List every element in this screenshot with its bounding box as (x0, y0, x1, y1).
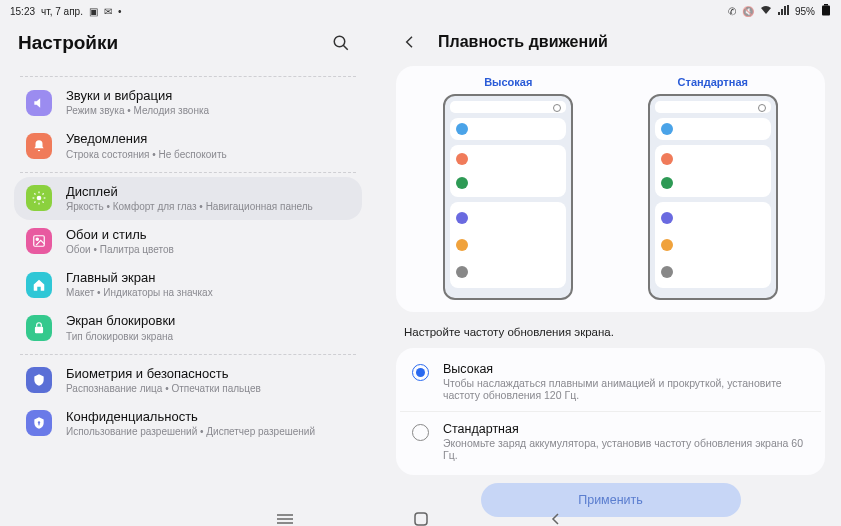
option-standard[interactable]: СтандартнаяЭкономьте заряд аккумулятора,… (400, 411, 821, 471)
option-title: Стандартная (443, 422, 809, 436)
lockscreen-icon (26, 315, 52, 341)
preview-high[interactable]: Высокая (443, 76, 573, 300)
phone-mock-high (443, 94, 573, 300)
svg-line-11 (34, 202, 35, 203)
svg-line-12 (43, 193, 44, 194)
back-button[interactable] (396, 28, 424, 56)
option-desc: Чтобы наслаждаться плавными анимацией и … (443, 377, 809, 401)
sidebar-item-sub: Строка состояния • Не беспокоить (66, 149, 227, 161)
preview-standard-label: Стандартная (678, 76, 748, 88)
svg-line-9 (34, 193, 35, 194)
sidebar-item-sounds[interactable]: Звуки и вибрацияРежим звука • Мелодия зв… (14, 81, 362, 124)
battery-icon (821, 4, 831, 18)
preview-standard[interactable]: Стандартная (648, 76, 778, 300)
sidebar-item-home[interactable]: Главный экранМакет • Индикаторы на значк… (14, 263, 362, 306)
page-title: Настройки (18, 32, 118, 54)
notifications-icon (26, 133, 52, 159)
home-icon (26, 272, 52, 298)
biometrics-icon (26, 367, 52, 393)
option-high[interactable]: ВысокаяЧтобы наслаждаться плавными анима… (400, 352, 821, 411)
sounds-icon (26, 90, 52, 116)
sidebar-item-sub: Распознавание лица • Отпечатки пальцев (66, 383, 261, 395)
sidebar-item-notifications[interactable]: УведомленияСтрока состояния • Не беспоко… (14, 124, 362, 167)
nav-back-button[interactable] (546, 512, 566, 526)
detail-title: Плавность движений (438, 33, 608, 51)
mute-icon: 🔇 (742, 6, 754, 17)
sidebar-item-title: Экран блокировки (66, 313, 175, 329)
status-date: чт, 7 апр. (41, 6, 83, 17)
battery-text: 95% (795, 6, 815, 17)
android-navbar (0, 512, 841, 526)
divider (20, 354, 356, 355)
svg-rect-21 (415, 513, 427, 525)
status-time: 15:23 (10, 6, 35, 17)
preview-high-label: Высокая (484, 76, 532, 88)
preview-card: Высокая Стандартная (396, 66, 825, 312)
sidebar-item-lockscreen[interactable]: Экран блокировкиТип блокировки экрана (14, 306, 362, 349)
privacy-icon (26, 410, 52, 436)
detail-pane: Плавность движений Высокая Стандартная (376, 22, 841, 512)
sidebar-item-sub: Тип блокировки экрана (66, 331, 175, 343)
option-desc: Экономьте заряд аккумулятора, установив … (443, 437, 809, 461)
wifi-icon (760, 5, 772, 17)
radio-icon (412, 364, 429, 381)
sidebar-item-sub: Макет • Индикаторы на значках (66, 287, 213, 299)
svg-point-4 (37, 196, 42, 201)
svg-point-2 (334, 36, 345, 47)
svg-rect-0 (822, 6, 830, 16)
options-card: ВысокаяЧтобы наслаждаться плавными анима… (396, 348, 825, 475)
divider (20, 172, 356, 173)
svg-rect-1 (824, 4, 828, 6)
sidebar-item-title: Звуки и вибрация (66, 88, 209, 104)
sidebar-item-sub: Режим звука • Мелодия звонка (66, 105, 209, 117)
vibrate-icon: ✆ (728, 6, 736, 17)
sidebar-item-title: Обои и стиль (66, 227, 174, 243)
nav-home-button[interactable] (411, 512, 431, 526)
sidebar-item-sub: Обои • Палитра цветов (66, 244, 174, 256)
notification-dot-icon: • (118, 6, 122, 17)
svg-point-14 (36, 238, 38, 240)
search-button[interactable] (326, 28, 356, 58)
wallpaper-icon (26, 228, 52, 254)
chat-icon: ✉ (104, 6, 112, 17)
svg-line-3 (343, 45, 348, 50)
sidebar-item-title: Дисплей (66, 184, 313, 200)
sidebar-item-privacy[interactable]: КонфиденциальностьИспользование разрешен… (14, 402, 362, 445)
divider (20, 76, 356, 77)
phone-mock-standard (648, 94, 778, 300)
sidebar-item-title: Главный экран (66, 270, 213, 286)
display-icon (26, 185, 52, 211)
sidebar-item-display[interactable]: ДисплейЯркость • Комфорт для глаз • Нави… (14, 177, 362, 220)
sidebar-item-title: Уведомления (66, 131, 227, 147)
settings-sidebar: Настройки Звуки и вибрацияРежим звука • … (0, 22, 376, 512)
signal-icon (778, 5, 789, 17)
status-bar: 15:23 чт, 7 апр. ▣ ✉ • ✆ 🔇 95% (0, 0, 841, 22)
radio-icon (412, 424, 429, 441)
sidebar-item-title: Биометрия и безопасность (66, 366, 261, 382)
gallery-icon: ▣ (89, 6, 98, 17)
nav-recent-button[interactable] (275, 512, 295, 526)
svg-rect-17 (38, 423, 39, 425)
svg-line-10 (43, 202, 44, 203)
sidebar-item-title: Конфиденциальность (66, 409, 315, 425)
sidebar-item-sub: Яркость • Комфорт для глаз • Навигационн… (66, 201, 313, 213)
hint-text: Настройте частоту обновления экрана. (396, 312, 825, 348)
option-title: Высокая (443, 362, 809, 376)
sidebar-item-sub: Использование разрешений • Диспетчер раз… (66, 426, 315, 438)
sidebar-item-wallpaper[interactable]: Обои и стильОбои • Палитра цветов (14, 220, 362, 263)
svg-rect-15 (35, 327, 43, 333)
sidebar-item-biometrics[interactable]: Биометрия и безопасностьРаспознавание ли… (14, 359, 362, 402)
svg-rect-13 (34, 236, 45, 247)
